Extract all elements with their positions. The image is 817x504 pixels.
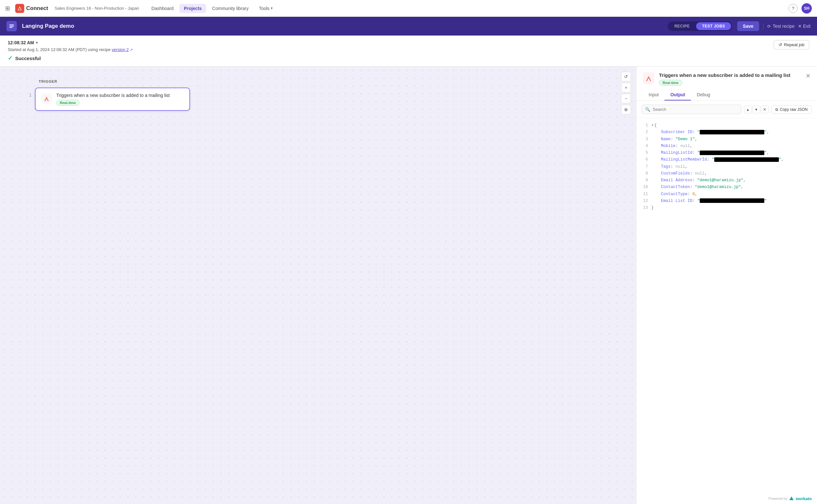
tab-input[interactable]: Input <box>643 89 664 100</box>
nav-dashboard[interactable]: Dashboard <box>147 4 178 13</box>
copy-json-button[interactable]: ⧉ Copy raw JSON <box>771 105 812 114</box>
nav-community[interactable]: Community library <box>207 4 253 13</box>
nav-projects[interactable]: Projects <box>179 4 206 13</box>
zoom-out-button[interactable]: − <box>621 94 631 103</box>
json-line-9: 9 Email Address: "demo1@haramizu.jp", <box>642 177 812 184</box>
job-time-value: 12:08:32 AM <box>8 40 34 45</box>
panel-header: Triggers when a new subscriber is added … <box>636 67 817 101</box>
canvas-controls: ↺ + − ⊕ <box>621 72 631 114</box>
json-line-10: 10 ContactToken: "demo1@haramizu.jp", <box>642 184 812 191</box>
search-arrows: ▲ ▼ ✕ <box>744 106 769 113</box>
success-icon: ✓ <box>8 55 13 62</box>
tab-recipe[interactable]: RECIPE <box>669 22 696 30</box>
job-status: ✓ Successful <box>8 55 774 62</box>
search-down-button[interactable]: ▼ <box>752 106 760 113</box>
search-icon: 🔍 <box>645 107 650 112</box>
json-line-11: 11 ContactType: 0, <box>642 191 812 198</box>
nav-right: ? SH <box>789 3 812 14</box>
header-right: Save | ⟳ Test recipe ✕ Exit <box>737 21 811 31</box>
panel-app-icon <box>643 72 654 84</box>
json-line-8: 8 CustomFields: null, <box>642 170 812 177</box>
workato-brand: workato <box>796 496 812 501</box>
trigger-content: Triggers when a new subscriber is added … <box>56 93 170 106</box>
trigger-app-icon <box>41 93 52 104</box>
sync-icon: ⟳ <box>767 24 771 29</box>
json-line-6: 6 MailingListMemberId: "", <box>642 156 812 163</box>
fit-button[interactable]: ⊕ <box>621 105 631 114</box>
external-link-icon: ↗ <box>130 48 133 52</box>
panel-title-row: Triggers when a new subscriber is added … <box>643 72 811 86</box>
status-label: Successful <box>15 56 41 61</box>
caret-down-icon: ▾ <box>36 41 38 45</box>
trigger-card[interactable]: Triggers when a new subscriber is added … <box>35 88 190 111</box>
recipe-title: Langing Page demo <box>22 23 663 29</box>
repeat-label: Repeat job <box>784 42 804 47</box>
workato-logo-icon <box>789 496 794 501</box>
realtime-badge: Real-time <box>56 100 80 106</box>
search-box: 🔍 <box>642 105 741 114</box>
json-line-12: 12 Email List ID: "" <box>642 198 812 205</box>
search-input[interactable] <box>653 107 738 112</box>
json-line-7: 7 Tags: null, <box>642 163 812 170</box>
json-line-13: 13 } <box>642 205 812 211</box>
save-button[interactable]: Save <box>737 21 759 31</box>
top-navigation: ⊞ Connect Sales Engineers 16 - Non-Produ… <box>0 0 817 17</box>
repeat-icon: ↺ <box>779 42 782 47</box>
version-link[interactable]: version 2 <box>112 47 129 52</box>
copy-json-label: Copy raw JSON <box>780 107 808 112</box>
trigger-title: Triggers when a new subscriber is added … <box>56 93 170 98</box>
close-icon: ✕ <box>798 24 802 29</box>
zoom-in-button[interactable]: + <box>621 83 631 92</box>
nav-tools-label: Tools <box>259 6 270 11</box>
avatar[interactable]: SH <box>801 3 812 14</box>
recipe-icon <box>6 21 17 31</box>
json-viewer: 1 ▾{ 2 Subscriber ID: "", 3 Name: "Demo … <box>636 118 817 504</box>
job-banner: 12:08:32 AM ▾ Started at Aug 1, 2024 12:… <box>0 36 817 67</box>
tab-debug[interactable]: Debug <box>691 89 716 100</box>
test-recipe-label: Test recipe <box>773 24 795 29</box>
search-up-button[interactable]: ▲ <box>744 106 752 113</box>
refresh-button[interactable]: ↺ <box>621 72 631 81</box>
tab-output[interactable]: Output <box>664 89 691 100</box>
job-time[interactable]: 12:08:32 AM ▾ <box>8 40 774 45</box>
svg-rect-4 <box>9 27 13 28</box>
panel-title-text: Triggers when a new subscriber is added … <box>659 72 790 86</box>
panel-tabs: Input Output Debug <box>643 89 811 100</box>
main-area: ↺ + − ⊕ TRIGGER 1 Triggers when a new su… <box>0 67 817 504</box>
trigger-label: TRIGGER <box>39 79 57 83</box>
canvas-area: ↺ + − ⊕ TRIGGER 1 Triggers when a new su… <box>0 67 636 504</box>
json-line-5: 5 MailingListId: "", <box>642 150 812 156</box>
json-line-1: 1 ▾{ <box>642 122 812 129</box>
exit-button[interactable]: ✕ Exit <box>798 24 811 29</box>
panel-search-bar: 🔍 ▲ ▼ ✕ ⧉ Copy raw JSON <box>636 101 817 118</box>
recipe-header: Langing Page demo RECIPE TEST JOBS Save … <box>0 17 817 36</box>
json-line-4: 4 Mobile: null, <box>642 143 812 150</box>
svg-rect-2 <box>9 25 14 25</box>
app-name: Connect <box>26 5 48 12</box>
json-line-2: 2 Subscriber ID: "", <box>642 129 812 136</box>
panel-close-button[interactable]: ✕ <box>806 72 811 79</box>
logo-icon <box>15 4 24 13</box>
test-recipe-button[interactable]: ⟳ Test recipe <box>767 24 795 29</box>
divider: | <box>762 23 764 30</box>
nav-tools[interactable]: Tools ▾ <box>254 4 277 13</box>
search-clear-button[interactable]: ✕ <box>761 106 769 113</box>
workato-footer: Powered by workato <box>769 496 812 501</box>
tab-test-jobs[interactable]: TEST JOBS <box>696 22 731 30</box>
exit-label: Exit <box>803 24 811 29</box>
repeat-job-button[interactable]: ↺ Repeat job <box>774 40 809 49</box>
job-started-text: Started at Aug 1, 2024 12:08:32 AM (PDT)… <box>8 47 774 52</box>
right-panel: Triggers when a new subscriber is added … <box>636 67 817 504</box>
help-icon[interactable]: ? <box>789 4 798 13</box>
powered-by-label: Powered by <box>769 497 787 500</box>
chevron-down-icon: ▾ <box>271 6 273 10</box>
panel-realtime-badge: Real-time <box>659 80 682 86</box>
svg-rect-3 <box>9 26 14 26</box>
trigger-number: 1 <box>29 92 32 98</box>
nav-links: Dashboard Projects Community library Too… <box>147 4 277 13</box>
workspace-label: Sales Engineers 16 - Non-Production - Ja… <box>55 6 139 11</box>
app-logo[interactable]: Connect <box>15 4 48 13</box>
json-line-3: 3 Name: "Demo 1", <box>642 136 812 143</box>
grid-icon[interactable]: ⊞ <box>5 5 10 12</box>
panel-title: Triggers when a new subscriber is added … <box>659 72 790 78</box>
